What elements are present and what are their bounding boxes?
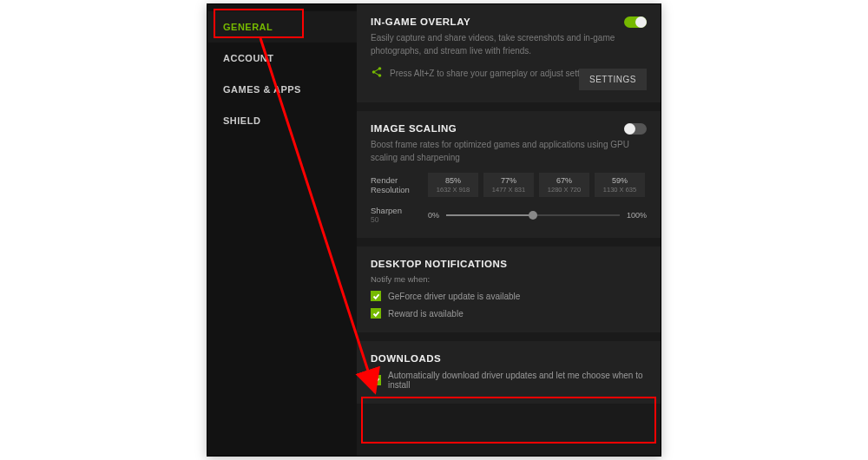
checkbox-driver-update[interactable] [371, 291, 381, 301]
settings-window: GENERAL ACCOUNT GAMES & APPS SHIELD IN-G… [207, 3, 661, 457]
slider-max: 100% [627, 211, 647, 220]
checkbox-auto-download[interactable] [371, 375, 381, 385]
check-row-driver-update[interactable]: GeForce driver update is available [371, 291, 647, 301]
label-reward: Reward is available [388, 309, 464, 319]
panel-overlay: IN-GAME OVERLAY Easily capture and share… [357, 4, 661, 102]
notify-subhead: Notify me when: [371, 274, 647, 284]
content-area: IN-GAME OVERLAY Easily capture and share… [357, 4, 661, 456]
panel-title-scaling: IMAGE SCALING [371, 123, 647, 134]
sharpen-slider[interactable] [446, 214, 620, 216]
panel-notifications: DESKTOP NOTIFICATIONS Notify me when: Ge… [357, 246, 661, 332]
res-preset-85[interactable]: 85% 1632 X 918 [428, 173, 478, 197]
panel-title-notifications: DESKTOP NOTIFICATIONS [371, 259, 647, 269]
settings-button[interactable]: SETTINGS [579, 69, 647, 90]
sharpen-label: Sharpen [371, 206, 419, 215]
panel-downloads: DOWNLOADS Automatically download driver … [357, 341, 661, 404]
sharpen-row: Sharpen 50 0% 100% [371, 206, 647, 224]
panel-title-overlay: IN-GAME OVERLAY [371, 16, 647, 27]
panel-desc-overlay: Easily capture and share videos, take sc… [371, 32, 647, 57]
checkbox-reward[interactable] [371, 308, 381, 319]
share-icon [371, 66, 383, 80]
tip-text: Press Alt+Z to share your gameplay or ad… [390, 69, 598, 78]
panel-image-scaling: IMAGE SCALING Boost frame rates for opti… [357, 111, 661, 238]
sharpen-value: 50 [371, 215, 419, 224]
check-row-reward[interactable]: Reward is available [371, 308, 647, 319]
check-row-auto-download[interactable]: Automatically download driver updates an… [371, 371, 647, 390]
sidebar: GENERAL ACCOUNT GAMES & APPS SHIELD [207, 4, 357, 456]
res-preset-77[interactable]: 77% 1477 X 831 [483, 173, 534, 197]
panel-desc-scaling: Boost frame rates for optimized games an… [371, 139, 647, 164]
panel-title-downloads: DOWNLOADS [371, 353, 647, 364]
label-auto-download: Automatically download driver updates an… [388, 371, 647, 390]
render-resolution-row: Render Resolution 85% 1632 X 918 77% 147… [371, 173, 647, 197]
sidebar-item-account[interactable]: ACCOUNT [207, 43, 357, 74]
toggle-image-scaling[interactable] [624, 123, 647, 135]
slider-min: 0% [428, 211, 439, 220]
render-resolution-label: Render Resolution [371, 175, 419, 195]
res-preset-59[interactable]: 59% 1130 X 635 [595, 173, 645, 197]
sidebar-item-shield[interactable]: SHIELD [207, 105, 357, 136]
res-preset-67[interactable]: 67% 1280 X 720 [539, 173, 589, 197]
sidebar-item-general[interactable]: GENERAL [207, 11, 357, 43]
sidebar-item-games-apps[interactable]: GAMES & APPS [207, 74, 357, 105]
toggle-overlay[interactable] [624, 16, 647, 28]
label-driver-update: GeForce driver update is available [388, 292, 520, 301]
